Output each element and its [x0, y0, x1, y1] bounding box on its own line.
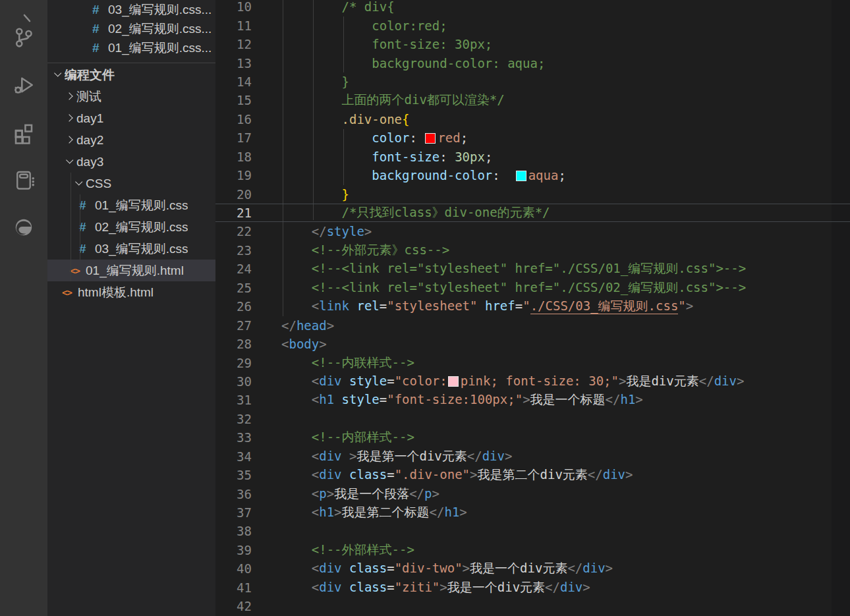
line-content: </head> — [281, 318, 334, 333]
code-line-26[interactable]: 26 <link rel="stylesheet" href="./CSS/03… — [215, 297, 850, 316]
code-line-39[interactable]: 39 <!--外部样式--> — [215, 541, 850, 559]
token: /*只找到class》div-one的元素*/ — [281, 205, 550, 219]
token — [281, 298, 312, 313]
line-number: 33 — [215, 430, 252, 445]
code-line-24[interactable]: 24 <!--<link rel="stylesheet" href="./CS… — [215, 260, 850, 278]
token: <!--内部样式--> — [312, 430, 414, 444]
tree-indent-guide — [80, 194, 80, 260]
code-line-18[interactable]: 18 font-size: 30px; — [215, 148, 850, 166]
color-swatch[interactable] — [516, 171, 526, 181]
token: </ — [409, 486, 424, 501]
token: > — [582, 580, 590, 594]
tree-item-03_编写规则.css[interactable]: #03_编写规则.css — [47, 238, 215, 260]
tree-item-01_编写规则.html[interactable]: <>01_编写规则.html — [47, 260, 215, 281]
token: head — [297, 318, 327, 333]
tree-item-label: day3 — [76, 155, 103, 169]
chevron-right-icon — [63, 134, 76, 147]
line-number: 30 — [215, 374, 252, 389]
line-number: 24 — [215, 262, 252, 276]
code-line-16[interactable]: 16 .div-one{ — [215, 110, 850, 128]
line-content: <!--外部样式--> — [281, 542, 414, 559]
extensions-icon[interactable] — [0, 113, 47, 152]
code-line-38[interactable]: 38 — [215, 522, 850, 540]
code-line-15[interactable]: 15 上面的两个div都可以渲染*/ — [215, 91, 850, 109]
chevron-glyph — [75, 178, 82, 185]
token: < — [312, 392, 319, 406]
token — [342, 449, 349, 463]
code-line-12[interactable]: 12 font-size: 30px; — [215, 35, 850, 53]
code-line-20[interactable]: 20 } — [215, 184, 850, 203]
code-editor[interactable]: 10 /* div{11 color:red;12 font-size: 30p… — [215, 0, 850, 616]
token: ; — [485, 150, 492, 164]
source-control-icon[interactable] — [0, 18, 47, 57]
code-line-28[interactable]: 28<body> — [215, 335, 850, 353]
token: > — [327, 486, 334, 501]
code-line-30[interactable]: 30 <div style="color:pink; font-size: 30… — [215, 372, 850, 391]
token: > — [327, 318, 334, 333]
code-line-40[interactable]: 40 <div class="div-two">我是一个div元素</div> — [215, 559, 850, 578]
token: 30px — [455, 150, 485, 164]
tree-item-label: 测试 — [76, 88, 101, 105]
code-line-29[interactable]: 29 <!--内联样式--> — [215, 353, 850, 372]
notebook-icon[interactable] — [0, 160, 47, 200]
tree-item-html模板.html[interactable]: <>html模板.html — [47, 281, 215, 303]
code-line-42[interactable]: 42 — [215, 597, 850, 615]
code-line-37[interactable]: 37 <h1>我是第二个标题</h1> — [215, 503, 850, 522]
token: "div-two" — [395, 561, 463, 575]
line-number: 20 — [215, 187, 252, 202]
tree-root-编程文件[interactable]: 编程文件 — [47, 64, 215, 86]
tree-item-测试[interactable]: 测试 — [47, 86, 215, 107]
code-line-34[interactable]: 34 <div >我是第一个div元素</div> — [215, 447, 850, 466]
token: < — [312, 505, 319, 519]
line-content: <!--外部元素》css--> — [281, 242, 449, 259]
code-line-21[interactable]: 21 /*只找到class》div-one的元素*/ — [215, 204, 850, 222]
css-file-icon: # — [92, 3, 108, 17]
edge-browser-icon[interactable] — [0, 208, 47, 247]
code-line-35[interactable]: 35 <div class=".div-one">我是第二个div元素</div… — [215, 466, 850, 484]
code-line-17[interactable]: 17 color: red; — [215, 128, 850, 147]
line-content: font-size: 30px; — [281, 150, 492, 164]
token — [281, 224, 312, 238]
line-number: 12 — [215, 37, 252, 51]
code-line-33[interactable]: 33 <!--内部样式--> — [215, 428, 850, 447]
token: div — [319, 561, 341, 575]
tree-item-02_编写规则.css[interactable]: #02_编写规则.css — [47, 216, 215, 238]
token: h1 — [620, 392, 635, 406]
tree-item-CSS[interactable]: CSS — [47, 173, 215, 194]
line-number: 17 — [215, 130, 252, 145]
tree-item-day3[interactable]: day3 — [47, 151, 215, 173]
tree-item-01_编写规则.css[interactable]: #01_编写规则.css — [47, 194, 215, 216]
code-line-36[interactable]: 36 <p>我是一个段落</p> — [215, 484, 850, 503]
open-file-item[interactable]: #02_编写规则.css... — [47, 19, 215, 38]
token: " — [678, 298, 685, 313]
tree-item-label: day1 — [76, 111, 103, 126]
code-line-13[interactable]: 13 background-color: aqua; — [215, 53, 850, 72]
token — [281, 449, 312, 463]
open-file-item[interactable]: #01_编写规则.css... — [47, 38, 215, 57]
chevron-down-icon — [51, 69, 65, 82]
code-line-10[interactable]: 10 /* div{ — [215, 0, 850, 16]
token: font-size — [372, 150, 439, 164]
code-line-25[interactable]: 25 <!--<link rel="stylesheet" href="./CS… — [215, 279, 850, 297]
code-line-22[interactable]: 22 </style> — [215, 222, 850, 240]
token: aqua — [528, 168, 559, 182]
tree-item-day2[interactable]: day2 — [47, 129, 215, 151]
run-and-debug-icon[interactable] — [0, 65, 47, 105]
code-line-23[interactable]: 23 <!--外部元素》css--> — [215, 241, 850, 260]
open-file-item[interactable]: #03_编写规则.css... — [47, 0, 215, 19]
code-line-19[interactable]: 19 background-color: aqua; — [215, 166, 850, 184]
line-number: 23 — [215, 243, 252, 258]
code-line-31[interactable]: 31 <h1 style="font-size:100px;">我是一个标题</… — [215, 391, 850, 409]
color-swatch[interactable] — [425, 133, 436, 144]
color-swatch[interactable] — [448, 376, 459, 387]
token: p — [319, 486, 326, 501]
code-line-11[interactable]: 11 color:red; — [215, 16, 850, 34]
code-line-14[interactable]: 14 } — [215, 72, 850, 91]
token: div — [319, 580, 341, 594]
code-line-27[interactable]: 27</head> — [215, 316, 850, 334]
code-line-32[interactable]: 32 — [215, 410, 850, 428]
tree-item-day1[interactable]: day1 — [47, 107, 215, 129]
token: <!--<link rel="stylesheet" href="./CSS/0… — [312, 261, 746, 275]
code-line-41[interactable]: 41 <div class="ziti">我是一个div元素</div> — [215, 578, 850, 597]
token: > — [625, 467, 633, 482]
